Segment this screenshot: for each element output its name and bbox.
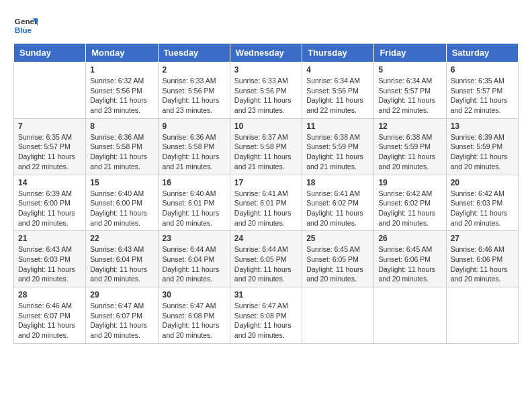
day-number: 13 xyxy=(451,122,514,131)
day-info: Sunrise: 6:44 AM Sunset: 6:05 PM Dayligh… xyxy=(234,244,298,284)
calendar-week-row: 14Sunrise: 6:39 AM Sunset: 6:00 PM Dayli… xyxy=(14,175,519,231)
svg-text:Blue: Blue xyxy=(15,26,32,34)
calendar-header-row: SundayMondayTuesdayWednesdayThursdayFrid… xyxy=(14,44,519,62)
calendar-cell: 18Sunrise: 6:41 AM Sunset: 6:02 PM Dayli… xyxy=(302,175,374,231)
day-header-saturday: Saturday xyxy=(446,44,518,62)
calendar-cell: 14Sunrise: 6:39 AM Sunset: 6:00 PM Dayli… xyxy=(14,175,86,231)
day-number: 7 xyxy=(18,122,81,131)
day-info: Sunrise: 6:40 AM Sunset: 6:01 PM Dayligh… xyxy=(163,189,226,228)
day-number: 8 xyxy=(90,122,153,131)
calendar-cell: 9Sunrise: 6:36 AM Sunset: 5:58 PM Daylig… xyxy=(158,118,230,175)
day-number: 3 xyxy=(234,65,298,75)
day-number: 11 xyxy=(306,122,369,131)
calendar-cell: 28Sunrise: 6:46 AM Sunset: 6:07 PM Dayli… xyxy=(14,287,86,344)
svg-text:General: General xyxy=(15,17,38,26)
day-info: Sunrise: 6:41 AM Sunset: 6:02 PM Dayligh… xyxy=(306,189,369,228)
calendar-cell: 11Sunrise: 6:38 AM Sunset: 5:59 PM Dayli… xyxy=(302,118,374,175)
page-header: General Blue xyxy=(13,13,519,38)
day-header-sunday: Sunday xyxy=(14,44,86,62)
calendar-cell xyxy=(446,287,518,344)
calendar-week-row: 21Sunrise: 6:43 AM Sunset: 6:03 PM Dayli… xyxy=(14,231,519,287)
day-number: 14 xyxy=(18,178,81,187)
day-number: 23 xyxy=(163,234,226,243)
calendar-cell: 4Sunrise: 6:34 AM Sunset: 5:56 PM Daylig… xyxy=(302,62,374,119)
day-info: Sunrise: 6:32 AM Sunset: 5:56 PM Dayligh… xyxy=(90,76,153,116)
calendar-cell: 5Sunrise: 6:34 AM Sunset: 5:57 PM Daylig… xyxy=(374,62,446,119)
day-header-wednesday: Wednesday xyxy=(230,44,302,62)
day-info: Sunrise: 6:34 AM Sunset: 5:57 PM Dayligh… xyxy=(378,76,441,116)
day-number: 5 xyxy=(378,65,441,75)
calendar-cell: 3Sunrise: 6:33 AM Sunset: 5:56 PM Daylig… xyxy=(230,62,302,119)
calendar-cell: 22Sunrise: 6:43 AM Sunset: 6:04 PM Dayli… xyxy=(86,231,158,287)
calendar-cell: 15Sunrise: 6:40 AM Sunset: 6:00 PM Dayli… xyxy=(86,175,158,231)
calendar-cell: 27Sunrise: 6:46 AM Sunset: 6:06 PM Dayli… xyxy=(446,231,518,287)
calendar-week-row: 7Sunrise: 6:35 AM Sunset: 5:57 PM Daylig… xyxy=(14,118,519,175)
calendar-cell: 1Sunrise: 6:32 AM Sunset: 5:56 PM Daylig… xyxy=(86,62,158,119)
day-info: Sunrise: 6:45 AM Sunset: 6:06 PM Dayligh… xyxy=(378,244,441,284)
day-number: 16 xyxy=(163,178,226,187)
day-number: 27 xyxy=(451,234,514,243)
day-info: Sunrise: 6:47 AM Sunset: 6:08 PM Dayligh… xyxy=(234,301,298,340)
calendar-cell xyxy=(374,287,446,344)
day-info: Sunrise: 6:46 AM Sunset: 6:06 PM Dayligh… xyxy=(451,244,514,284)
calendar-cell: 12Sunrise: 6:38 AM Sunset: 5:59 PM Dayli… xyxy=(374,118,446,175)
calendar-cell: 2Sunrise: 6:33 AM Sunset: 5:56 PM Daylig… xyxy=(158,62,230,119)
day-number: 20 xyxy=(451,178,514,187)
day-number: 17 xyxy=(234,178,298,187)
day-info: Sunrise: 6:38 AM Sunset: 5:59 PM Dayligh… xyxy=(378,132,441,172)
day-info: Sunrise: 6:37 AM Sunset: 5:58 PM Dayligh… xyxy=(234,132,298,172)
day-number: 21 xyxy=(18,234,81,243)
day-info: Sunrise: 6:41 AM Sunset: 6:01 PM Dayligh… xyxy=(234,189,298,228)
day-info: Sunrise: 6:42 AM Sunset: 6:02 PM Dayligh… xyxy=(378,189,441,228)
calendar-cell: 25Sunrise: 6:45 AM Sunset: 6:05 PM Dayli… xyxy=(302,231,374,287)
calendar-cell: 30Sunrise: 6:47 AM Sunset: 6:08 PM Dayli… xyxy=(158,287,230,344)
day-number: 30 xyxy=(163,290,226,300)
day-info: Sunrise: 6:35 AM Sunset: 5:57 PM Dayligh… xyxy=(451,76,514,116)
calendar-cell: 17Sunrise: 6:41 AM Sunset: 6:01 PM Dayli… xyxy=(230,175,302,231)
day-info: Sunrise: 6:34 AM Sunset: 5:56 PM Dayligh… xyxy=(306,76,369,116)
day-number: 2 xyxy=(163,65,226,75)
calendar-cell: 13Sunrise: 6:39 AM Sunset: 5:59 PM Dayli… xyxy=(446,118,518,175)
day-number: 10 xyxy=(234,122,298,131)
calendar-table: SundayMondayTuesdayWednesdayThursdayFrid… xyxy=(13,43,519,344)
day-number: 29 xyxy=(90,290,153,300)
calendar-cell: 24Sunrise: 6:44 AM Sunset: 6:05 PM Dayli… xyxy=(230,231,302,287)
calendar-cell xyxy=(14,62,86,119)
day-info: Sunrise: 6:46 AM Sunset: 6:07 PM Dayligh… xyxy=(18,301,81,340)
day-number: 24 xyxy=(234,234,298,243)
logo: General Blue xyxy=(13,13,40,38)
day-number: 9 xyxy=(163,122,226,131)
day-header-friday: Friday xyxy=(374,44,446,62)
calendar-cell: 16Sunrise: 6:40 AM Sunset: 6:01 PM Dayli… xyxy=(158,175,230,231)
calendar-cell: 31Sunrise: 6:47 AM Sunset: 6:08 PM Dayli… xyxy=(230,287,302,344)
day-number: 28 xyxy=(18,290,81,300)
calendar-cell: 23Sunrise: 6:44 AM Sunset: 6:04 PM Dayli… xyxy=(158,231,230,287)
day-info: Sunrise: 6:47 AM Sunset: 6:07 PM Dayligh… xyxy=(90,301,153,340)
day-number: 31 xyxy=(234,290,298,300)
day-info: Sunrise: 6:44 AM Sunset: 6:04 PM Dayligh… xyxy=(163,244,226,284)
calendar-cell: 26Sunrise: 6:45 AM Sunset: 6:06 PM Dayli… xyxy=(374,231,446,287)
day-info: Sunrise: 6:39 AM Sunset: 6:00 PM Dayligh… xyxy=(18,189,81,228)
day-header-tuesday: Tuesday xyxy=(158,44,230,62)
calendar-cell: 19Sunrise: 6:42 AM Sunset: 6:02 PM Dayli… xyxy=(374,175,446,231)
day-number: 19 xyxy=(378,178,441,187)
day-info: Sunrise: 6:36 AM Sunset: 5:58 PM Dayligh… xyxy=(163,132,226,172)
calendar-cell: 20Sunrise: 6:42 AM Sunset: 6:03 PM Dayli… xyxy=(446,175,518,231)
day-info: Sunrise: 6:33 AM Sunset: 5:56 PM Dayligh… xyxy=(163,76,226,116)
calendar-cell xyxy=(302,287,374,344)
day-number: 26 xyxy=(378,234,441,243)
day-header-thursday: Thursday xyxy=(302,44,374,62)
day-info: Sunrise: 6:36 AM Sunset: 5:58 PM Dayligh… xyxy=(90,132,153,172)
day-number: 4 xyxy=(306,65,369,75)
day-number: 22 xyxy=(90,234,153,243)
day-info: Sunrise: 6:39 AM Sunset: 5:59 PM Dayligh… xyxy=(451,132,514,172)
day-info: Sunrise: 6:45 AM Sunset: 6:05 PM Dayligh… xyxy=(306,244,369,284)
calendar-week-row: 28Sunrise: 6:46 AM Sunset: 6:07 PM Dayli… xyxy=(14,287,519,344)
day-number: 25 xyxy=(306,234,369,243)
day-header-monday: Monday xyxy=(86,44,158,62)
day-info: Sunrise: 6:47 AM Sunset: 6:08 PM Dayligh… xyxy=(163,301,226,340)
calendar-cell: 10Sunrise: 6:37 AM Sunset: 5:58 PM Dayli… xyxy=(230,118,302,175)
calendar-cell: 8Sunrise: 6:36 AM Sunset: 5:58 PM Daylig… xyxy=(86,118,158,175)
day-info: Sunrise: 6:42 AM Sunset: 6:03 PM Dayligh… xyxy=(451,189,514,228)
day-info: Sunrise: 6:38 AM Sunset: 5:59 PM Dayligh… xyxy=(306,132,369,172)
